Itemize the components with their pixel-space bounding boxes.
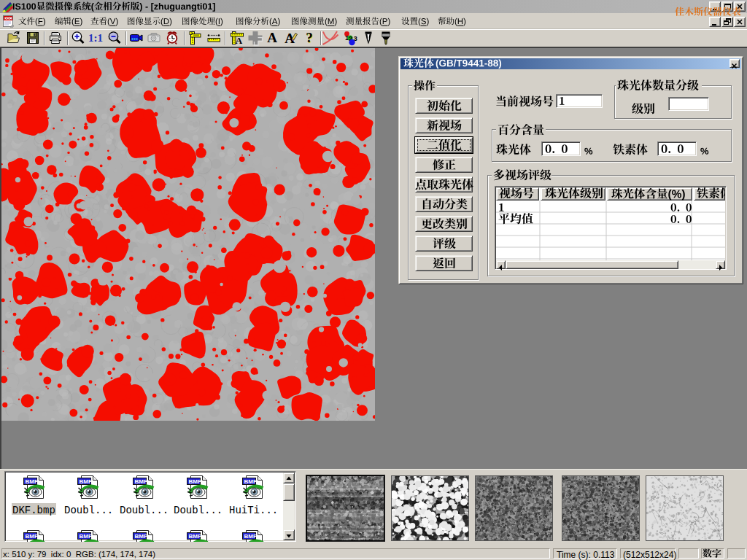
svg-text:1:1: 1:1 [88, 32, 103, 44]
svg-text:BMP: BMP [135, 478, 148, 485]
svg-text:BMP: BMP [244, 533, 258, 540]
svg-text:?: ? [306, 30, 313, 45]
svg-text:BMP: BMP [80, 478, 93, 485]
svg-text:BMP: BMP [80, 533, 93, 540]
svg-text:BMP: BMP [189, 478, 202, 485]
svg-text:A: A [267, 30, 277, 45]
svg-text:BMP: BMP [189, 533, 202, 540]
svg-text:DOC: DOC [4, 17, 12, 20]
svg-text:A: A [236, 35, 243, 46]
svg-text:BMP: BMP [26, 533, 39, 540]
svg-text:BMP: BMP [135, 533, 148, 540]
svg-text:BMP: BMP [244, 478, 258, 485]
svg-text:BMP: BMP [26, 478, 39, 485]
